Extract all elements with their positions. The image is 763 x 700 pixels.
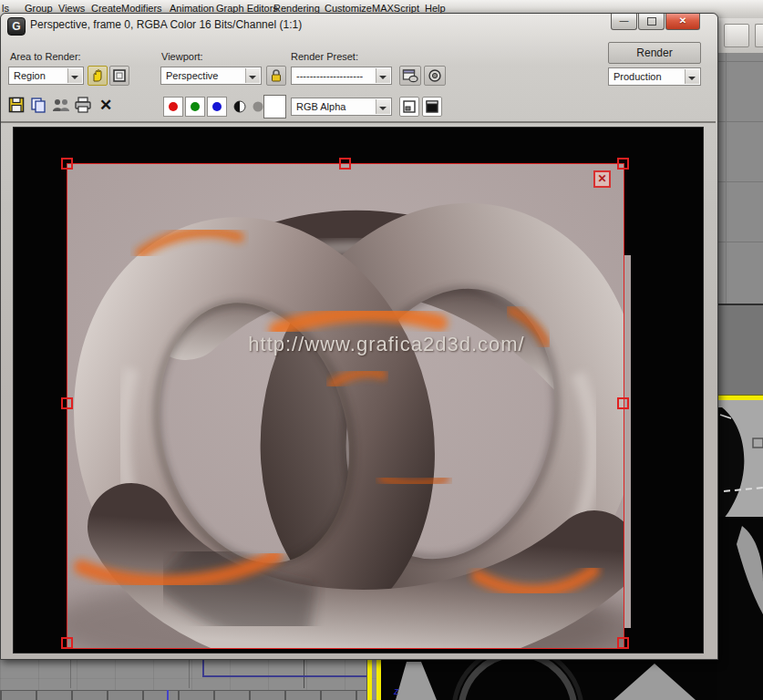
save-icon bbox=[8, 97, 25, 113]
region-close-button[interactable]: ✕ bbox=[593, 170, 611, 188]
overlay-toggle-button[interactable] bbox=[399, 97, 419, 117]
background-color-swatch[interactable] bbox=[263, 95, 286, 118]
red-channel-button[interactable] bbox=[163, 97, 183, 117]
torus-knot-render bbox=[67, 164, 624, 648]
edit-region-button[interactable] bbox=[88, 66, 108, 86]
dropdown-arrow-zone bbox=[67, 68, 82, 83]
window-title: Perspective, frame 0, RGBA Color 16 Bits… bbox=[30, 18, 302, 31]
copy-icon bbox=[30, 97, 46, 113]
chevron-down-icon bbox=[688, 77, 696, 80]
clear-icon: ✕ bbox=[99, 97, 112, 114]
region-handle-bottom-right[interactable] bbox=[617, 637, 629, 649]
clone-rfw-button[interactable] bbox=[52, 97, 72, 117]
area-to-render-value: Region bbox=[14, 70, 46, 81]
background-viewport-content[interactable] bbox=[717, 400, 763, 700]
maximize-icon bbox=[647, 17, 656, 26]
rfw-app-icon: G bbox=[7, 17, 26, 36]
render-preset-select[interactable]: -------------------- bbox=[291, 67, 392, 85]
render-preset-label: Render Preset: bbox=[291, 51, 358, 62]
viewport-lock-button[interactable] bbox=[266, 66, 286, 86]
green-channel-button[interactable] bbox=[185, 97, 205, 117]
ui-toggle-icon bbox=[425, 99, 439, 114]
z-axis-label: z bbox=[393, 685, 399, 696]
maximize-button[interactable] bbox=[638, 14, 665, 30]
monochrome-button[interactable] bbox=[230, 97, 250, 117]
monochrome-icon bbox=[232, 99, 247, 114]
minimize-button[interactable]: — bbox=[611, 14, 637, 30]
selection-outline-horizontal bbox=[202, 675, 369, 677]
auto-region-button[interactable] bbox=[109, 66, 129, 86]
copy-image-button[interactable] bbox=[30, 97, 50, 117]
area-to-render-select[interactable]: Region bbox=[8, 67, 84, 85]
ui-toggle-button[interactable] bbox=[422, 97, 442, 117]
channel-display-value: RGB Alpha bbox=[296, 101, 345, 112]
highlighted-edge-yellow bbox=[366, 658, 372, 700]
print-image-button[interactable] bbox=[74, 97, 94, 117]
previous-render-sliver bbox=[624, 255, 631, 628]
close-button[interactable]: ✕ bbox=[665, 14, 700, 30]
screen: ls Group Views Create Modifiers Animatio… bbox=[0, 0, 763, 700]
render-setup-button[interactable] bbox=[399, 66, 421, 86]
render-canvas: http://www.grafica2d3d.com/ ✕ bbox=[13, 127, 704, 654]
grid-line bbox=[70, 658, 71, 688]
clone-rfw-icon bbox=[52, 97, 70, 113]
viewport-render-content[interactable]: z bbox=[381, 658, 717, 700]
red-channel-icon bbox=[169, 102, 178, 111]
environment-icon bbox=[427, 68, 443, 83]
time-slider-tick[interactable] bbox=[167, 690, 169, 700]
pan-hand-icon bbox=[90, 68, 105, 83]
green-channel-icon bbox=[191, 102, 200, 111]
viewport-select[interactable]: Perspective bbox=[160, 67, 262, 85]
track-bar[interactable] bbox=[0, 690, 366, 700]
region-handle-bottom-left[interactable] bbox=[61, 637, 73, 649]
dropdown-arrow-zone bbox=[376, 68, 390, 83]
blue-channel-button[interactable] bbox=[207, 97, 227, 117]
selection-outline-vertical bbox=[202, 658, 204, 676]
window-controls: — ✕ bbox=[610, 14, 700, 29]
print-icon bbox=[74, 97, 92, 113]
toolbar-partial-icon[interactable] bbox=[755, 24, 763, 47]
viewport-lock-icon bbox=[269, 68, 284, 83]
chevron-down-icon bbox=[379, 107, 387, 110]
background-viewport-bottom[interactable]: z bbox=[0, 658, 717, 700]
background-viewport-right[interactable] bbox=[717, 53, 763, 304]
rendered-region: http://www.grafica2d3d.com/ bbox=[67, 163, 624, 649]
region-handle-top-right[interactable] bbox=[617, 158, 629, 170]
rendered-frame-window: G Perspective, frame 0, RGBA Color 16 Bi… bbox=[0, 13, 718, 660]
window-titlebar[interactable]: G Perspective, frame 0, RGBA Color 16 Bi… bbox=[1, 14, 717, 37]
render-button[interactable]: Render bbox=[608, 42, 701, 64]
region-handle-top-left[interactable] bbox=[61, 158, 73, 170]
area-to-render-label: Area to Render: bbox=[10, 51, 81, 62]
chevron-down-icon bbox=[379, 76, 387, 79]
chevron-down-icon bbox=[71, 76, 78, 79]
viewport-value: Perspective bbox=[166, 70, 218, 81]
background-viewport-right-lower[interactable] bbox=[717, 305, 763, 395]
clear-image-button[interactable]: ✕ bbox=[96, 96, 116, 116]
render-mode-select[interactable]: Production bbox=[608, 67, 701, 86]
chevron-down-icon bbox=[249, 76, 256, 79]
blue-channel-icon bbox=[212, 102, 222, 111]
viewport-label: Viewport: bbox=[161, 51, 203, 62]
dropdown-arrow-zone bbox=[376, 99, 390, 114]
render-setup-icon bbox=[402, 68, 418, 83]
dropdown-arrow-zone bbox=[245, 68, 260, 83]
region-handle-top-middle[interactable] bbox=[339, 158, 351, 170]
environment-button[interactable] bbox=[424, 66, 446, 86]
grid-line-dark bbox=[304, 658, 304, 688]
render-mode-value: Production bbox=[613, 71, 662, 82]
layer-manager-icon[interactable] bbox=[724, 24, 749, 47]
dropdown-arrow-zone bbox=[685, 69, 699, 84]
grid-line bbox=[189, 658, 190, 688]
region-frame-icon bbox=[112, 68, 127, 83]
overlay-toggle-icon bbox=[402, 99, 417, 114]
main-toolbar-partial bbox=[717, 18, 763, 53]
watermark-text: http://www.grafica2d3d.com/ bbox=[108, 333, 624, 356]
channel-display-select[interactable]: RGB Alpha bbox=[291, 98, 392, 116]
save-image-button[interactable] bbox=[8, 97, 28, 117]
region-handle-middle-right[interactable] bbox=[617, 397, 629, 409]
toolbar-separator bbox=[1, 121, 716, 123]
render-preset-value: -------------------- bbox=[296, 70, 363, 81]
region-handle-middle-left[interactable] bbox=[61, 397, 73, 409]
